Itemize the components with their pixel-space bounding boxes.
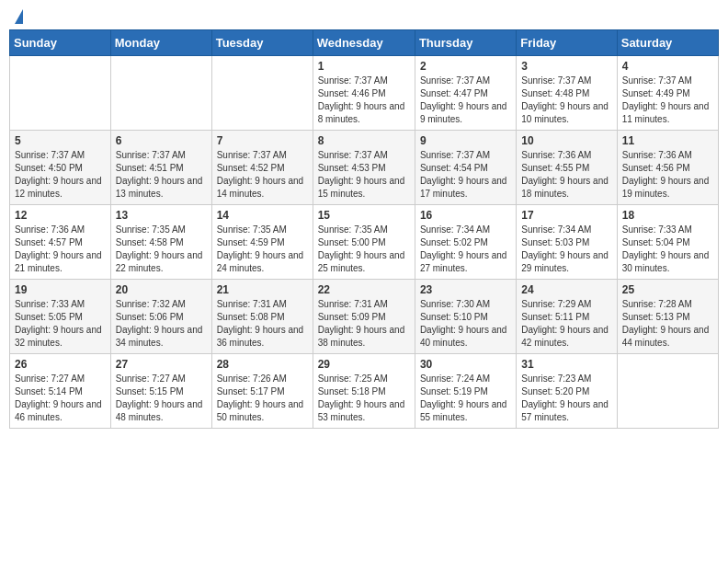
day-of-week-header: Thursday (415, 30, 516, 56)
day-info: Sunrise: 7:36 AMSunset: 4:57 PMDaylight:… (15, 224, 106, 275)
calendar-week-row: 12Sunrise: 7:36 AMSunset: 4:57 PMDayligh… (10, 205, 719, 280)
calendar-day-cell: 20Sunrise: 7:32 AMSunset: 5:06 PMDayligh… (110, 280, 211, 354)
calendar-table: SundayMondayTuesdayWednesdayThursdayFrid… (9, 29, 719, 429)
page-header (9, 9, 719, 22)
day-info: Sunrise: 7:36 AMSunset: 4:56 PMDaylight:… (622, 149, 713, 201)
day-info: Sunrise: 7:26 AMSunset: 5:17 PMDaylight:… (217, 373, 308, 424)
day-info: Sunrise: 7:35 AMSunset: 4:59 PMDaylight:… (217, 224, 308, 275)
calendar-week-row: 5Sunrise: 7:37 AMSunset: 4:50 PMDaylight… (10, 131, 719, 205)
day-info: Sunrise: 7:35 AMSunset: 5:00 PMDaylight:… (318, 224, 410, 275)
day-number: 26 (15, 358, 106, 371)
logo-triangle-icon (15, 9, 23, 24)
calendar-day-cell: 16Sunrise: 7:34 AMSunset: 5:02 PMDayligh… (415, 205, 516, 280)
calendar-week-row: 19Sunrise: 7:33 AMSunset: 5:05 PMDayligh… (10, 280, 719, 354)
calendar-header-row: SundayMondayTuesdayWednesdayThursdayFrid… (10, 30, 719, 56)
day-number: 11 (622, 134, 713, 147)
calendar-day-cell: 31Sunrise: 7:23 AMSunset: 5:20 PMDayligh… (517, 354, 617, 429)
day-number: 13 (116, 209, 207, 222)
day-number: 14 (217, 209, 308, 222)
day-number: 23 (420, 283, 511, 296)
calendar-day-cell: 22Sunrise: 7:31 AMSunset: 5:09 PMDayligh… (313, 280, 415, 354)
day-info: Sunrise: 7:37 AMSunset: 4:50 PMDaylight:… (15, 149, 106, 201)
day-number: 28 (217, 358, 308, 371)
day-number: 25 (622, 283, 713, 296)
day-number: 3 (521, 60, 611, 73)
day-number: 27 (116, 358, 207, 371)
calendar-day-cell: 5Sunrise: 7:37 AMSunset: 4:50 PMDaylight… (10, 131, 111, 205)
calendar-day-cell: 29Sunrise: 7:25 AMSunset: 5:18 PMDayligh… (313, 354, 415, 429)
day-number: 2 (420, 60, 511, 73)
day-number: 10 (521, 134, 611, 147)
day-number: 15 (318, 209, 410, 222)
day-number: 4 (622, 60, 713, 73)
calendar-day-cell (617, 354, 718, 429)
day-number: 31 (521, 358, 611, 371)
day-info: Sunrise: 7:35 AMSunset: 4:58 PMDaylight:… (116, 224, 207, 275)
calendar-week-row: 26Sunrise: 7:27 AMSunset: 5:14 PMDayligh… (10, 354, 719, 429)
day-info: Sunrise: 7:37 AMSunset: 4:54 PMDaylight:… (420, 149, 511, 201)
day-of-week-header: Sunday (10, 30, 111, 56)
day-info: Sunrise: 7:34 AMSunset: 5:02 PMDaylight:… (420, 224, 511, 275)
day-of-week-header: Tuesday (211, 30, 313, 56)
calendar-day-cell: 19Sunrise: 7:33 AMSunset: 5:05 PMDayligh… (10, 280, 111, 354)
calendar-day-cell: 9Sunrise: 7:37 AMSunset: 4:54 PMDaylight… (415, 131, 516, 205)
day-number: 1 (318, 60, 410, 73)
calendar-day-cell (110, 56, 211, 131)
day-info: Sunrise: 7:37 AMSunset: 4:52 PMDaylight:… (217, 149, 308, 201)
day-number: 16 (420, 209, 511, 222)
calendar-day-cell: 25Sunrise: 7:28 AMSunset: 5:13 PMDayligh… (617, 280, 718, 354)
day-number: 8 (318, 134, 410, 147)
day-of-week-header: Wednesday (313, 30, 415, 56)
calendar-day-cell: 8Sunrise: 7:37 AMSunset: 4:53 PMDaylight… (313, 131, 415, 205)
calendar-day-cell: 6Sunrise: 7:37 AMSunset: 4:51 PMDaylight… (110, 131, 211, 205)
day-info: Sunrise: 7:33 AMSunset: 5:05 PMDaylight:… (15, 298, 106, 350)
day-info: Sunrise: 7:37 AMSunset: 4:47 PMDaylight:… (420, 75, 511, 126)
calendar-day-cell: 15Sunrise: 7:35 AMSunset: 5:00 PMDayligh… (313, 205, 415, 280)
day-info: Sunrise: 7:37 AMSunset: 4:46 PMDaylight:… (318, 75, 410, 126)
calendar-day-cell (211, 56, 313, 131)
calendar-day-cell: 24Sunrise: 7:29 AMSunset: 5:11 PMDayligh… (517, 280, 617, 354)
day-info: Sunrise: 7:23 AMSunset: 5:20 PMDaylight:… (521, 373, 611, 424)
day-number: 24 (521, 283, 611, 296)
calendar-day-cell: 4Sunrise: 7:37 AMSunset: 4:49 PMDaylight… (617, 56, 718, 131)
calendar-day-cell: 1Sunrise: 7:37 AMSunset: 4:46 PMDaylight… (313, 56, 415, 131)
day-info: Sunrise: 7:27 AMSunset: 5:15 PMDaylight:… (116, 373, 207, 424)
day-info: Sunrise: 7:37 AMSunset: 4:53 PMDaylight:… (318, 149, 410, 201)
day-info: Sunrise: 7:27 AMSunset: 5:14 PMDaylight:… (15, 373, 106, 424)
calendar-day-cell: 18Sunrise: 7:33 AMSunset: 5:04 PMDayligh… (617, 205, 718, 280)
day-info: Sunrise: 7:37 AMSunset: 4:49 PMDaylight:… (622, 75, 713, 126)
day-number: 6 (116, 134, 207, 147)
calendar-day-cell: 30Sunrise: 7:24 AMSunset: 5:19 PMDayligh… (415, 354, 516, 429)
day-number: 12 (15, 209, 106, 222)
calendar-day-cell: 21Sunrise: 7:31 AMSunset: 5:08 PMDayligh… (211, 280, 313, 354)
calendar-day-cell: 11Sunrise: 7:36 AMSunset: 4:56 PMDayligh… (617, 131, 718, 205)
calendar-day-cell: 7Sunrise: 7:37 AMSunset: 4:52 PMDaylight… (211, 131, 313, 205)
calendar-day-cell: 23Sunrise: 7:30 AMSunset: 5:10 PMDayligh… (415, 280, 516, 354)
calendar-day-cell: 3Sunrise: 7:37 AMSunset: 4:48 PMDaylight… (517, 56, 617, 131)
calendar-day-cell: 17Sunrise: 7:34 AMSunset: 5:03 PMDayligh… (517, 205, 617, 280)
day-of-week-header: Saturday (617, 30, 718, 56)
day-of-week-header: Friday (517, 30, 617, 56)
day-number: 18 (622, 209, 713, 222)
calendar-day-cell: 10Sunrise: 7:36 AMSunset: 4:55 PMDayligh… (517, 131, 617, 205)
calendar-day-cell: 14Sunrise: 7:35 AMSunset: 4:59 PMDayligh… (211, 205, 313, 280)
day-number: 19 (15, 283, 106, 296)
day-info: Sunrise: 7:31 AMSunset: 5:08 PMDaylight:… (217, 298, 308, 350)
day-number: 7 (217, 134, 308, 147)
day-info: Sunrise: 7:36 AMSunset: 4:55 PMDaylight:… (521, 149, 611, 201)
calendar-day-cell: 26Sunrise: 7:27 AMSunset: 5:14 PMDayligh… (10, 354, 111, 429)
day-number: 30 (420, 358, 511, 371)
day-info: Sunrise: 7:30 AMSunset: 5:10 PMDaylight:… (420, 298, 511, 350)
calendar-week-row: 1Sunrise: 7:37 AMSunset: 4:46 PMDaylight… (10, 56, 719, 131)
day-info: Sunrise: 7:32 AMSunset: 5:06 PMDaylight:… (116, 298, 207, 350)
day-info: Sunrise: 7:25 AMSunset: 5:18 PMDaylight:… (318, 373, 410, 424)
calendar-day-cell: 12Sunrise: 7:36 AMSunset: 4:57 PMDayligh… (10, 205, 111, 280)
logo (13, 9, 23, 22)
day-info: Sunrise: 7:28 AMSunset: 5:13 PMDaylight:… (622, 298, 713, 350)
day-number: 22 (318, 283, 410, 296)
day-number: 21 (217, 283, 308, 296)
day-number: 5 (15, 134, 106, 147)
calendar-day-cell: 27Sunrise: 7:27 AMSunset: 5:15 PMDayligh… (110, 354, 211, 429)
calendar-day-cell (10, 56, 111, 131)
day-info: Sunrise: 7:37 AMSunset: 4:51 PMDaylight:… (116, 149, 207, 201)
